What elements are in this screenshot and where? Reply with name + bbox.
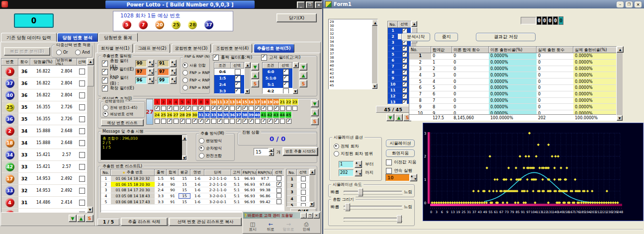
list-item[interactable]: 32 (330, 32, 376, 36)
odd-even-table[interactable]: 조건선택0:61:52:43:3 (214, 62, 245, 94)
continuous-run-checkbox[interactable] (386, 168, 392, 174)
extract-method-radio[interactable] (199, 138, 204, 144)
grid-number-cell[interactable]: 43 (273, 112, 279, 118)
filter-condition-row[interactable]: 2:4 (214, 81, 244, 88)
column-header[interactable]: 선택 (231, 63, 244, 69)
select-area-option[interactable]: 전체 번호(1-45) (103, 104, 145, 111)
grid-number-checkbox[interactable] (198, 106, 203, 111)
analysis-tab-2[interactable]: 그래프 분석(2) (134, 44, 170, 53)
select-row[interactable]: 5 (388, 52, 411, 58)
column-header[interactable]: 번호 (1, 59, 18, 66)
frequency-table-scrollbar[interactable]: ▲ ▼ (87, 58, 93, 213)
condition-checkbox[interactable] (235, 88, 241, 94)
table-row[interactable]: 33616.8222.804 (1, 66, 87, 78)
scroll-up-icon[interactable]: ▲ (245, 62, 251, 68)
high-low-table[interactable]: 조건선택6:05:1:05:14:2 (262, 62, 293, 94)
grid-number-cell[interactable]: 6 (185, 99, 192, 105)
row-checkbox[interactable] (79, 80, 85, 86)
column-header[interactable]: 단계 (204, 169, 231, 176)
restore-button[interactable]: ❐ (307, 213, 313, 219)
condition-checkbox[interactable] (283, 82, 289, 88)
refresh-button[interactable]: S (86, 215, 93, 222)
help-toolbar-print[interactable]: ⎙인쇄 (300, 220, 313, 234)
fnp-rnp-option[interactable]: 사용 안함 (183, 62, 209, 69)
grid-number-cell[interactable]: 26 (167, 112, 173, 118)
extract-method-radio[interactable] (199, 153, 204, 158)
sim-range-option[interactable]: 전체 회차 (334, 143, 381, 150)
grid-number-cell[interactable]: 23 (292, 99, 298, 105)
grid-number-cell[interactable]: 38 (242, 112, 248, 118)
fnp-rnp-option[interactable]: FNP > RNP (183, 69, 209, 77)
grid-number-checkbox[interactable] (261, 106, 266, 111)
grid-number-checkbox[interactable] (224, 119, 229, 124)
filter-from-input[interactable]: 96 (135, 77, 147, 84)
side-row[interactable]: 2 (287, 182, 309, 189)
fnp-rnp-radio[interactable] (183, 63, 188, 68)
grid-number-checkbox[interactable] (192, 106, 197, 111)
grid-number-checkbox[interactable] (161, 119, 166, 124)
list-item[interactable]: 33 (330, 36, 376, 40)
column-header[interactable]: No. (409, 47, 431, 53)
title-bar[interactable]: Power Lotto - [ Build Number 0,9,0,3 ] _… (0, 0, 322, 9)
extracted-side-list[interactable]: No.선택12345 (286, 169, 309, 207)
row-checkbox[interactable] (301, 203, 306, 207)
list-item[interactable]: 41 (330, 68, 376, 72)
scroll-up-icon[interactable]: ▲ (293, 62, 299, 68)
column-header[interactable]: 합계값 (431, 47, 452, 53)
grid-number-cell[interactable]: 16 (248, 99, 255, 105)
list-item[interactable]: 37 (330, 52, 376, 56)
analysis-tab-5[interactable]: 추출번호 분석(5) (254, 44, 294, 53)
row-checkbox[interactable] (79, 200, 85, 206)
extracted-row[interactable]: 301 08 14 17 20 302:490151-62-2-1-1-05:1… (101, 187, 284, 193)
table-row[interactable]: 403616.8222.804 (1, 89, 87, 101)
grid-number-checkbox[interactable] (180, 119, 185, 124)
column-header[interactable]: 실제 출현 횟수 (537, 47, 573, 53)
grid-number-checkbox[interactable] (174, 119, 179, 124)
move-down-button[interactable]: ▼ (69, 215, 77, 222)
scroll-up-icon[interactable]: ▲ (182, 135, 187, 141)
grid-number-checkbox[interactable] (292, 106, 297, 111)
scroll-down-icon[interactable]: ▼ (293, 89, 298, 94)
fnp-rnp-radio[interactable] (183, 70, 188, 76)
row-checkbox[interactable] (301, 176, 306, 181)
copy-to-favorites-button[interactable]: 선택 번호 관심 리스트로 복사 (169, 218, 242, 226)
grid-number-checkbox[interactable] (155, 119, 160, 124)
grid-number-cell[interactable]: 2 (161, 99, 167, 105)
row-checkbox[interactable] (79, 104, 85, 110)
sim-range-radio[interactable] (334, 151, 339, 156)
side-row[interactable]: 5 (287, 203, 309, 207)
grid-number-checkbox[interactable] (255, 106, 260, 111)
column-header[interactable]: 합계 (167, 169, 179, 176)
condition-checkbox[interactable] (235, 76, 241, 81)
list-item[interactable]: 40 (330, 64, 376, 68)
grid-number-cell[interactable]: 42 (267, 112, 274, 118)
row-checkbox[interactable] (79, 212, 85, 213)
refresh-button[interactable]: S (299, 80, 307, 87)
result-row[interactable]: 4300.0000%00.0000% (409, 72, 616, 78)
grid-number-checkbox[interactable] (217, 119, 222, 124)
range-from-stepper[interactable] (355, 160, 362, 168)
select-area-radio[interactable] (103, 111, 108, 117)
filter-to-input[interactable]: 91 (158, 60, 170, 67)
row-checkbox[interactable] (276, 188, 281, 193)
row-checkbox[interactable] (402, 52, 407, 57)
move-up-button[interactable]: ▲ (395, 114, 403, 121)
result-row[interactable]: 6500.0000%00.0000% (409, 85, 616, 91)
row-checkbox[interactable] (402, 88, 407, 93)
column-header[interactable]: 평균 (179, 169, 190, 176)
grid-number-checkbox[interactable] (274, 119, 279, 124)
grid-number-cell[interactable]: 9 (204, 99, 211, 105)
extract-method-option[interactable]: 순차방식 (199, 145, 234, 152)
list-item[interactable]: 36 (330, 48, 376, 52)
row-checkbox[interactable] (79, 152, 85, 158)
close-icon[interactable]: ✕ (313, 213, 320, 219)
grid-number-cell[interactable]: 8 (198, 99, 204, 105)
row-checkbox[interactable] (402, 70, 407, 75)
odd-even-scrollbar[interactable]: ▲ ▼ (245, 62, 250, 94)
filter-condition-row[interactable]: 4:2 (263, 88, 292, 94)
extracted-row[interactable]: 403 05 08 14 18 433:391151-63-2-0-0-15:1… (101, 193, 284, 199)
grid-number-cell[interactable]: 35 (223, 112, 230, 118)
filter-condition-row[interactable]: 1:5 (214, 75, 244, 81)
grid-number-cell[interactable]: 18 (261, 99, 267, 105)
grid-number-checkbox[interactable] (280, 119, 285, 124)
